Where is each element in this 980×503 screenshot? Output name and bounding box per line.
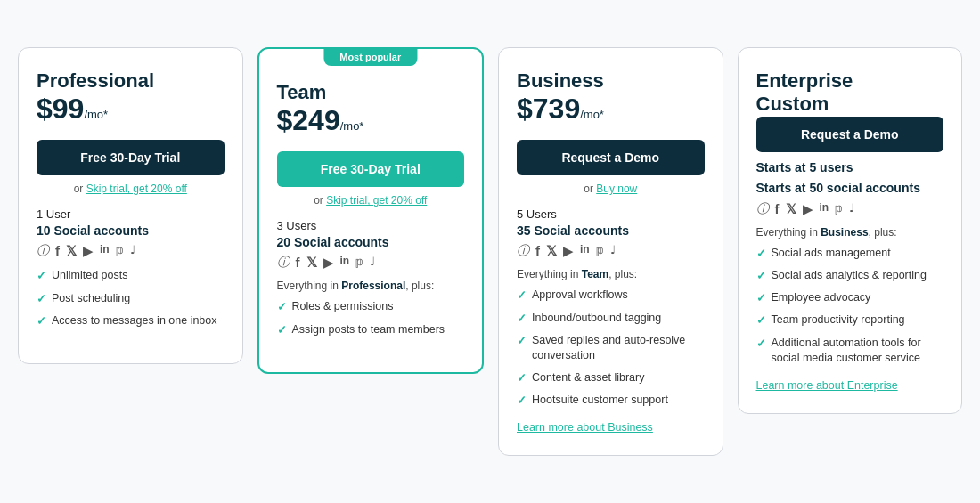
- social-accounts: 10 Social accounts: [37, 223, 225, 238]
- price-row: $249/mo*: [277, 104, 465, 137]
- facebook-icon: f: [535, 243, 540, 259]
- tiktok-icon: ♩: [370, 255, 375, 271]
- tiktok-icon: ♩: [610, 243, 616, 259]
- facebook-icon: f: [775, 201, 780, 217]
- starts-at-social: Starts at 50 social accounts: [756, 180, 944, 198]
- youtube-icon: ▶: [83, 243, 94, 259]
- youtube-icon: ▶: [323, 255, 334, 271]
- plan-price: $99: [37, 93, 84, 125]
- features-list: Approval workflowsInbound/outbound taggi…: [517, 288, 705, 409]
- pinterest-icon: 𝕡: [116, 243, 124, 259]
- feature-item: Access to messages in one inbox: [37, 313, 225, 329]
- cta-button-professional[interactable]: Free 30-Day Trial: [37, 140, 225, 175]
- plan-price-suffix: /mo*: [580, 108, 604, 121]
- skip-link: or Buy now: [517, 183, 705, 195]
- feature-item: Employee advocacy: [756, 290, 944, 306]
- popular-badge: Most popular: [323, 48, 417, 66]
- feature-item: Roles & permissions: [277, 299, 465, 315]
- features-list: Unlimited postsPost schedulingAccess to …: [37, 268, 225, 329]
- everything-in: Everything in Professional, plus:: [277, 280, 465, 292]
- instagram-icon: ⓘ: [37, 243, 49, 259]
- plan-card-enterprise: EnterpriseCustomRequest a DemoStarts at …: [738, 47, 963, 414]
- features-list: Social ads managementSocial ads analytic…: [756, 246, 944, 367]
- youtube-icon: ▶: [563, 243, 574, 259]
- plan-card-professional: Professional $99/mo* Free 30-Day Trialor…: [18, 47, 243, 364]
- linkedin-icon: in: [820, 201, 829, 217]
- plan-name: Professional: [37, 69, 225, 93]
- social-accounts: 20 Social accounts: [277, 235, 465, 249]
- tiktok-icon: ♩: [130, 243, 135, 259]
- instagram-icon: ⓘ: [277, 255, 290, 271]
- pinterest-icon: 𝕡: [835, 201, 843, 217]
- social-icons: ⓘ f 𝕏 ▶ in 𝕡 ♩: [756, 201, 944, 217]
- plan-name: EnterpriseCustom: [756, 69, 944, 117]
- skip-link-anchor[interactable]: Skip trial, get 20% off: [86, 183, 187, 195]
- users-info: 1 User: [37, 207, 225, 221]
- twitter-icon: 𝕏: [66, 243, 77, 259]
- twitter-icon: 𝕏: [546, 243, 557, 259]
- skip-link: or Skip trial, get 20% off: [37, 183, 225, 195]
- feature-item: Additional automation tools for social m…: [756, 336, 944, 367]
- feature-item: Assign posts to team members: [277, 322, 465, 338]
- everything-in: Everything in Team, plus:: [517, 268, 705, 280]
- skip-link: or Skip trial, get 20% off: [277, 194, 465, 207]
- feature-item: Social ads analytics & reporting: [756, 268, 944, 284]
- social-accounts: 35 Social accounts: [517, 223, 705, 238]
- linkedin-icon: in: [100, 243, 110, 259]
- instagram-icon: ⓘ: [517, 243, 529, 259]
- learn-more-link[interactable]: Learn more about Enterprise: [756, 379, 944, 392]
- feature-item: Social ads management: [756, 246, 944, 262]
- pinterest-icon: 𝕡: [596, 243, 604, 259]
- linkedin-icon: in: [580, 243, 590, 259]
- feature-item: Content & asset library: [517, 370, 705, 386]
- linkedin-icon: in: [340, 255, 350, 271]
- price-row: $99/mo*: [37, 93, 225, 126]
- facebook-icon: f: [296, 255, 300, 271]
- users-info: 3 Users: [277, 219, 465, 232]
- price-row: $739/mo*: [517, 93, 705, 126]
- learn-more-link[interactable]: Learn more about Business: [517, 421, 705, 434]
- starts-at-users: Starts at 5 users: [756, 159, 944, 177]
- skip-link-anchor[interactable]: Buy now: [596, 183, 637, 195]
- pinterest-icon: 𝕡: [355, 255, 363, 271]
- cta-button-team[interactable]: Free 30-Day Trial: [277, 151, 465, 187]
- feature-item: Approval workflows: [517, 288, 705, 304]
- plan-card-business: Business $739/mo* Request a Demoor Buy n…: [498, 47, 723, 456]
- users-info: 5 Users: [517, 207, 705, 221]
- twitter-icon: 𝕏: [306, 255, 317, 271]
- plan-name: Team: [277, 81, 465, 104]
- feature-item: Inbound/outbound tagging: [517, 311, 705, 327]
- social-icons: ⓘ f 𝕏 ▶ in 𝕡 ♩: [277, 255, 465, 271]
- tiktok-icon: ♩: [849, 201, 854, 217]
- social-icons: ⓘ f 𝕏 ▶ in 𝕡 ♩: [517, 243, 705, 259]
- youtube-icon: ▶: [803, 201, 813, 217]
- feature-item: Team productivity reporting: [756, 312, 944, 329]
- plan-name: Business: [517, 69, 705, 93]
- plan-price-suffix: /mo*: [340, 119, 364, 133]
- everything-in: Everything in Business, plus:: [756, 226, 944, 239]
- feature-item: Saved replies and auto-resolve conversat…: [517, 333, 705, 364]
- features-list: Roles & permissionsAssign posts to team …: [277, 299, 465, 337]
- facebook-icon: f: [55, 243, 60, 259]
- plan-price: $249: [277, 104, 340, 136]
- feature-item: Post scheduling: [37, 291, 225, 307]
- skip-link-anchor[interactable]: Skip trial, get 20% off: [326, 194, 427, 207]
- pricing-container: Professional $99/mo* Free 30-Day Trialor…: [18, 47, 962, 456]
- plan-price-suffix: /mo*: [84, 108, 108, 121]
- cta-button-business[interactable]: Request a Demo: [517, 140, 705, 175]
- feature-item: Unlimited posts: [37, 268, 225, 284]
- instagram-icon: ⓘ: [756, 201, 769, 217]
- feature-item: Hootsuite customer support: [517, 393, 705, 409]
- cta-button-enterprise[interactable]: Request a Demo: [756, 117, 944, 152]
- plan-price: $739: [517, 93, 580, 125]
- plan-card-team: Most popularTeam $249/mo* Free 30-Day Tr…: [257, 47, 485, 374]
- twitter-icon: 𝕏: [786, 201, 796, 217]
- social-icons: ⓘ f 𝕏 ▶ in 𝕡 ♩: [37, 243, 225, 259]
